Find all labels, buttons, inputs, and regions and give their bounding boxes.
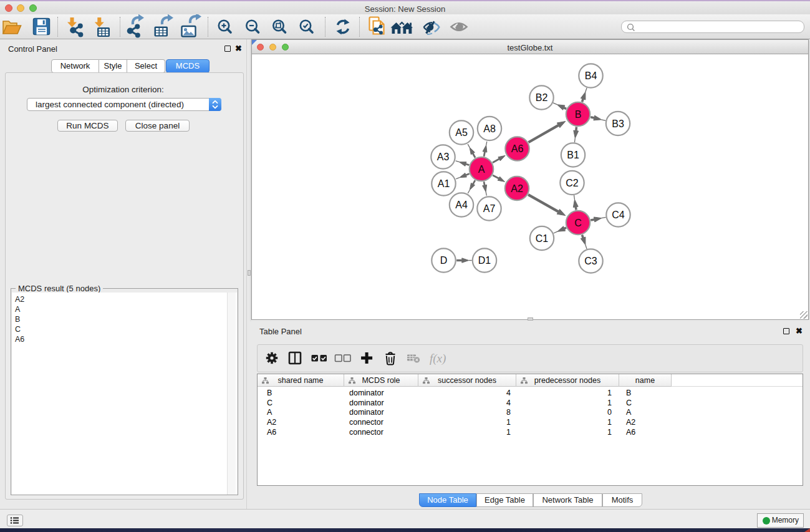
svg-text:A4: A4 xyxy=(455,200,468,210)
svg-text:B1: B1 xyxy=(567,150,579,160)
svg-text:A6: A6 xyxy=(511,143,524,154)
svg-text:f(x): f(x) xyxy=(430,352,446,365)
svg-text:B3: B3 xyxy=(612,118,624,129)
svg-text:A7: A7 xyxy=(483,203,496,214)
svg-text:B2: B2 xyxy=(536,92,548,103)
svg-text:A5: A5 xyxy=(455,127,468,138)
svg-text:C4: C4 xyxy=(612,210,625,220)
svg-text:B4: B4 xyxy=(585,70,597,81)
svg-text:C: C xyxy=(574,218,582,228)
svg-text:A2: A2 xyxy=(511,183,523,194)
svg-text:B: B xyxy=(575,109,582,120)
svg-text:D1: D1 xyxy=(478,255,491,266)
svg-text:A8: A8 xyxy=(483,123,496,134)
svg-text:A3: A3 xyxy=(437,152,450,162)
svg-text:C2: C2 xyxy=(566,178,579,188)
svg-text:A: A xyxy=(478,164,485,175)
svg-text:A1: A1 xyxy=(438,178,450,189)
svg-text:C3: C3 xyxy=(584,256,597,266)
svg-text:D: D xyxy=(440,255,448,266)
svg-text:C1: C1 xyxy=(536,233,549,244)
